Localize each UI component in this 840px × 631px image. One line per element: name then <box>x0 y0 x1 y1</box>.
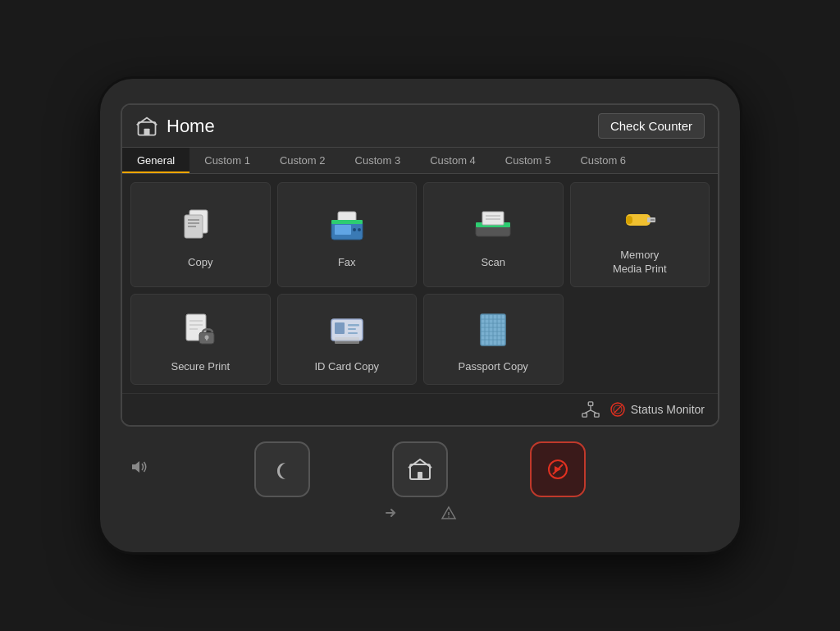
bottom-status-bar: Status Monitor <box>122 393 718 425</box>
memory-media-icon <box>617 196 663 242</box>
status-monitor-label: Status Monitor <box>631 403 705 416</box>
svg-rect-57 <box>418 472 422 479</box>
app-grid-container: Copy <box>122 174 718 393</box>
svg-rect-8 <box>335 225 351 235</box>
svg-rect-30 <box>335 322 345 334</box>
secure-print-button[interactable]: Secure Print <box>130 294 271 385</box>
svg-rect-32 <box>348 328 356 330</box>
forward-indicator-icon <box>383 505 399 524</box>
id-card-copy-icon <box>324 308 370 354</box>
status-monitor-button[interactable]: Status Monitor <box>609 401 705 418</box>
svg-rect-49 <box>594 413 599 417</box>
tab-general[interactable]: General <box>122 148 189 173</box>
secure-print-label: Secure Print <box>171 360 230 374</box>
scan-icon <box>470 203 516 249</box>
physical-buttons-group <box>254 441 586 497</box>
tab-custom5[interactable]: Custom 5 <box>491 148 566 173</box>
copy-label: Copy <box>188 256 212 270</box>
header-left: Home <box>135 115 215 138</box>
svg-marker-55 <box>132 461 139 473</box>
svg-rect-1 <box>144 128 150 135</box>
tab-custom3[interactable]: Custom 3 <box>340 148 416 173</box>
sleep-icon <box>269 456 295 482</box>
fax-icon <box>324 203 370 249</box>
passport-copy-label: Passport Copy <box>459 360 528 374</box>
tab-custom4[interactable]: Custom 4 <box>415 148 491 173</box>
svg-rect-20 <box>651 219 655 221</box>
svg-rect-47 <box>588 402 593 406</box>
tabs-bar: General Custom 1 Custom 2 Custom 3 Custo… <box>122 148 718 174</box>
tab-custom6[interactable]: Custom 6 <box>565 148 641 173</box>
passport-copy-button[interactable]: Passport Copy <box>423 294 564 385</box>
stop-icon <box>545 456 571 482</box>
copy-button[interactable]: Copy <box>130 182 271 287</box>
svg-rect-15 <box>482 212 504 225</box>
svg-rect-31 <box>348 324 359 327</box>
svg-point-11 <box>353 228 356 231</box>
scan-button[interactable]: Scan <box>423 182 564 287</box>
svg-rect-10 <box>331 220 363 224</box>
home-hw-button[interactable] <box>392 441 448 497</box>
stop-button[interactable] <box>530 441 586 497</box>
id-card-copy-label: ID Card Copy <box>314 360 379 374</box>
physical-buttons-row <box>121 441 719 497</box>
memory-media-print-button[interactable]: MemoryMedia Print <box>570 182 710 287</box>
volume-icon <box>129 457 148 481</box>
indicator-row <box>121 505 719 524</box>
secure-print-icon <box>177 308 223 354</box>
sleep-button[interactable] <box>254 441 310 497</box>
check-counter-button[interactable]: Check Counter <box>598 113 705 139</box>
svg-point-61 <box>448 516 450 518</box>
id-card-copy-button[interactable]: ID Card Copy <box>277 294 418 385</box>
fax-label: Fax <box>338 256 356 270</box>
screen: Home Check Counter General Custom 1 Cust… <box>121 103 719 427</box>
tab-custom2[interactable]: Custom 2 <box>265 148 340 173</box>
warning-indicator-icon <box>441 505 457 524</box>
header-title: Home <box>167 116 215 137</box>
tab-custom1[interactable]: Custom 1 <box>189 148 265 173</box>
svg-rect-48 <box>582 413 587 417</box>
svg-rect-34 <box>335 337 359 344</box>
scan-label: Scan <box>481 256 505 270</box>
header-bar: Home Check Counter <box>122 105 718 148</box>
app-grid: Copy <box>130 182 710 385</box>
network-icon <box>582 400 600 418</box>
svg-rect-33 <box>348 332 358 334</box>
svg-rect-21 <box>626 216 632 224</box>
svg-rect-28 <box>206 337 208 341</box>
svg-point-12 <box>358 228 361 231</box>
memory-media-print-label: MemoryMedia Print <box>613 249 667 277</box>
device-body: Home Check Counter General Custom 1 Cust… <box>100 79 740 552</box>
status-monitor-icon <box>609 401 626 418</box>
copy-icon <box>177 203 223 249</box>
passport-copy-icon <box>470 308 516 354</box>
home-icon <box>135 115 158 138</box>
fax-button[interactable]: Fax <box>277 182 418 287</box>
home-hw-icon <box>407 456 433 482</box>
svg-line-51 <box>584 410 590 414</box>
svg-line-52 <box>591 410 596 414</box>
svg-line-59 <box>553 464 563 474</box>
